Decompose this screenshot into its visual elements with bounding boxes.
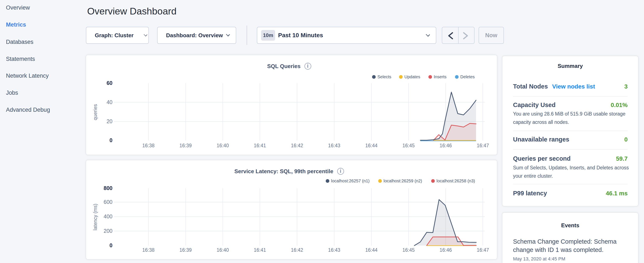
svg-text:16:47: 16:47 (477, 143, 489, 148)
svg-text:16:44: 16:44 (365, 247, 378, 253)
svg-text:16:45: 16:45 (402, 247, 415, 253)
svg-text:16:39: 16:39 (180, 247, 192, 253)
svg-text:16:41: 16:41 (254, 247, 266, 253)
svg-text:16:42: 16:42 (291, 143, 303, 148)
svg-text:20: 20 (106, 118, 112, 124)
svg-text:16:39: 16:39 (180, 143, 192, 148)
svg-text:200: 200 (104, 228, 112, 234)
svg-text:16:47: 16:47 (477, 247, 489, 253)
svg-text:16:46: 16:46 (440, 143, 452, 148)
svg-text:800: 800 (104, 185, 112, 191)
svg-text:16:44: 16:44 (365, 143, 378, 148)
svg-text:16:46: 16:46 (440, 247, 452, 253)
svg-text:40: 40 (106, 99, 112, 105)
svg-text:16:40: 16:40 (217, 247, 229, 253)
svg-text:latency (ms): latency (ms) (92, 204, 98, 230)
svg-text:600: 600 (104, 199, 112, 205)
svg-text:16:43: 16:43 (328, 247, 340, 253)
svg-text:16:45: 16:45 (402, 143, 415, 148)
svg-text:queries: queries (92, 104, 98, 120)
svg-text:60: 60 (106, 80, 112, 86)
svg-text:16:40: 16:40 (217, 143, 229, 148)
svg-text:0: 0 (110, 242, 112, 248)
svg-text:400: 400 (104, 213, 112, 219)
svg-text:16:38: 16:38 (142, 247, 154, 253)
svg-text:16:42: 16:42 (291, 247, 303, 253)
svg-text:16:43: 16:43 (328, 143, 340, 148)
svg-text:0: 0 (110, 137, 112, 143)
svg-text:16:41: 16:41 (254, 143, 266, 148)
svg-text:16:38: 16:38 (142, 143, 154, 148)
